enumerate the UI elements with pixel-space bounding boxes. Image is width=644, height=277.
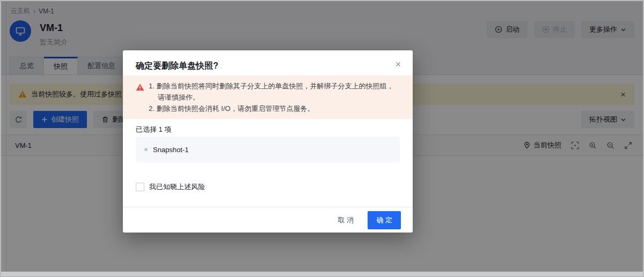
warning-line-1: 1. 删除当前快照将同时删除其子分支上的单盘快照，并解绑子分支上的快照组，请谨慎… xyxy=(149,80,398,103)
confirm-button[interactable]: 确 定 xyxy=(368,211,401,229)
screenshot-frame: 云主机 › VM-1 VM-1 暂无简介 启动 停止 更多操作 xyxy=(0,0,644,277)
modal-title: 确定要删除单盘快照? xyxy=(136,61,218,72)
warning-line-2: 2. 删除当前快照会消耗 I/O，请勿重启管理节点服务。 xyxy=(149,103,398,114)
cancel-button[interactable]: 取 消 xyxy=(334,212,358,228)
selected-count-label: 已选择 1 项 xyxy=(136,125,171,134)
modal-footer: 取 消 确 定 xyxy=(123,207,413,233)
delete-snapshot-modal: 确定要删除单盘快照? × 1. 删除当前快照将同时删除其子分支上的单盘快照，并解… xyxy=(123,50,413,233)
risk-acknowledge-checkbox[interactable] xyxy=(136,183,144,191)
modal-close-icon[interactable]: × xyxy=(395,59,401,69)
modal-warning-alert: 1. 删除当前快照将同时删除其子分支上的单盘快照，并解绑子分支上的快照组，请谨慎… xyxy=(123,76,413,119)
bullet-icon xyxy=(144,148,148,151)
selected-items-box: Snapshot-1 xyxy=(136,137,400,162)
selected-item-name: Snapshot-1 xyxy=(153,146,189,154)
risk-acknowledge-row[interactable]: 我已知晓上述风险 xyxy=(136,182,205,192)
risk-acknowledge-label: 我已知晓上述风险 xyxy=(149,182,205,192)
alert-triangle-icon xyxy=(136,83,144,94)
